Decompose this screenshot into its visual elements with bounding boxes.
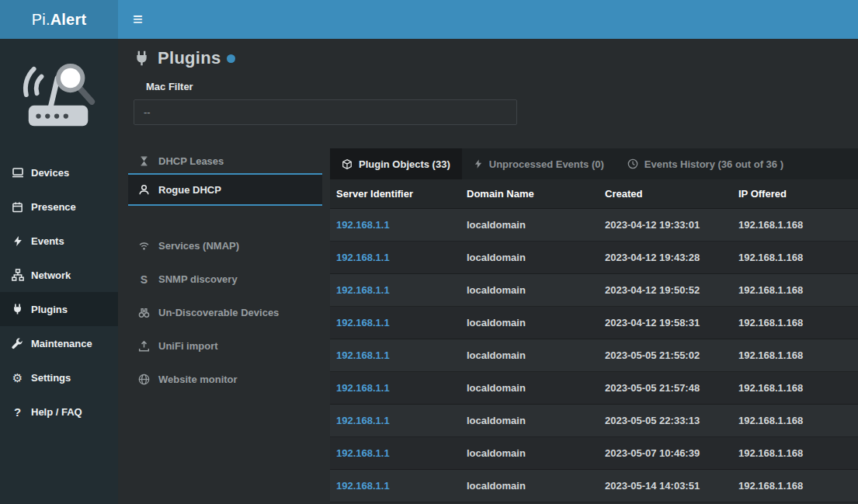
ip-offered-cell: 192.168.1.168 [732, 252, 858, 263]
question-icon: ? [11, 406, 24, 418]
plugin-nav-item-undiscoverable-devices[interactable]: Un-Discoverable Devices [128, 296, 322, 329]
plugin-nav-item-services-nmap[interactable]: Services (NMAP) [128, 229, 322, 262]
sidebar-item-network[interactable]: Network [0, 258, 118, 292]
tab-label: Events History (36 out of 36 ) [644, 158, 783, 170]
table-row: 192.168.1.1 localdomain 2023-05-05 21:55… [330, 339, 858, 372]
tab-unprocessed-events[interactable]: Unprocessed Events (0) [462, 148, 616, 179]
domain-name-cell: localdomain [460, 252, 599, 263]
sidebar-item-label: Presence [31, 201, 76, 213]
pialert-logo [0, 39, 118, 155]
domain-name-cell: localdomain [460, 317, 599, 328]
pialert-app: Pi.Alert ≡ [0, 0, 858, 504]
sidebar-item-events[interactable]: Events [0, 224, 118, 258]
bolt-icon [474, 158, 483, 169]
column-header-domain-name: Domain Name [460, 188, 599, 200]
brand-logo[interactable]: Pi.Alert [0, 0, 118, 39]
sidebar-item-label: Settings [31, 372, 71, 384]
sidebar-item-presence[interactable]: Presence [0, 189, 118, 224]
hourglass-icon [137, 155, 151, 167]
table-row: 192.168.1.1 localdomain 2023-05-14 14:03… [330, 470, 858, 502]
sidebar-item-plugins[interactable]: Plugins [0, 292, 118, 326]
created-cell: 2023-05-05 21:55:02 [599, 349, 732, 361]
plugin-nav-label: Services (NMAP) [158, 240, 239, 252]
table-row: 192.168.1.1 localdomain 2023-04-12 19:50… [330, 274, 858, 307]
column-header-server-identifier: Server Identifier [330, 188, 460, 200]
plugin-nav: DHCP Leases Rogue DHCP Services (NMAP) [128, 148, 322, 396]
topbar-main: ≡ [118, 0, 858, 39]
column-header-ip-offered: IP Offered [732, 188, 858, 200]
network-icon [11, 269, 24, 281]
plugin-nav-label: Un-Discoverable Devices [158, 307, 279, 318]
plugins-page-icon [134, 50, 150, 67]
created-cell: 2023-04-12 19:50:52 [599, 284, 732, 296]
presence-icon [11, 201, 24, 213]
plugin-nav-label: UniFi import [158, 340, 218, 352]
created-cell: 2023-04-12 19:43:28 [599, 252, 732, 263]
plugin-nav-item-dhcp-leases[interactable]: DHCP Leases [128, 148, 322, 175]
mac-filter-value: -- [144, 106, 151, 118]
server-identifier-link[interactable]: 192.168.1.1 [330, 284, 460, 296]
server-identifier-link[interactable]: 192.168.1.1 [330, 252, 460, 263]
sidebar-item-maintenance[interactable]: Maintenance [0, 326, 118, 360]
events-icon [11, 235, 24, 247]
sidebar: Devices Presence Events [0, 39, 118, 504]
sidebar-item-label: Devices [31, 167, 69, 179]
plugin-nav-label: Website monitor [158, 374, 238, 385]
plugins-icon [11, 303, 24, 315]
domain-name-cell: localdomain [460, 349, 599, 361]
upload-icon [137, 340, 151, 352]
mac-filter-input[interactable]: -- [134, 99, 517, 125]
tab-label: Unprocessed Events (0) [489, 158, 604, 170]
created-cell: 2023-04-12 19:58:31 [599, 317, 732, 328]
info-badge[interactable] [227, 54, 235, 63]
sidebar-item-label: Network [31, 269, 71, 281]
domain-name-cell: localdomain [460, 219, 599, 231]
plugin-nav-item-snmp-discovery[interactable]: S SNMP discovery [128, 262, 322, 296]
brand-bold: Alert [50, 11, 87, 29]
ip-offered-cell: 192.168.1.168 [732, 415, 858, 426]
domain-name-cell: localdomain [460, 480, 599, 492]
server-identifier-link[interactable]: 192.168.1.1 [330, 415, 460, 426]
sidebar-item-label: Plugins [31, 304, 68, 315]
plugin-nav-item-website-monitor[interactable]: Website monitor [128, 363, 322, 396]
user-icon [137, 184, 151, 196]
page-header: Plugins [118, 39, 858, 68]
ip-offered-cell: 192.168.1.168 [732, 382, 858, 394]
sidebar-item-label: Maintenance [31, 338, 92, 349]
sidebar-item-label: Events [31, 235, 64, 247]
tab-events-history[interactable]: Events History (36 out of 36 ) [616, 148, 795, 179]
main-content: Plugins Mac Filter -- DHCP Leases [118, 39, 858, 504]
server-identifier-link[interactable]: 192.168.1.1 [330, 317, 460, 328]
created-cell: 2023-05-05 21:57:48 [599, 382, 732, 394]
ip-offered-cell: 192.168.1.168 [732, 447, 858, 459]
plugin-nav-label: SNMP discovery [158, 273, 238, 285]
sidebar-item-settings[interactable]: ⚙ Help / FAQ Settings [0, 360, 118, 395]
plugin-nav-item-unifi-import[interactable]: UniFi import [128, 329, 322, 363]
plugin-nav-label: Rogue DHCP [158, 184, 221, 196]
brand-prefix: Pi. [32, 11, 50, 29]
table-row: 192.168.1.1 localdomain 2023-05-05 21:57… [330, 372, 858, 405]
server-identifier-link[interactable]: 192.168.1.1 [330, 447, 460, 459]
sidebar-toggle-icon[interactable]: ≡ [133, 11, 143, 28]
cube-icon [342, 158, 353, 170]
topbar: Pi.Alert ≡ [0, 0, 858, 39]
sidebar-item-help[interactable]: ? Help / FAQ [0, 395, 118, 429]
sidebar-nav: Devices Presence Events [0, 155, 118, 429]
domain-name-cell: localdomain [460, 415, 599, 426]
created-cell: 2023-05-07 10:46:39 [599, 447, 732, 459]
server-identifier-link[interactable]: 192.168.1.1 [330, 480, 460, 492]
plugin-nav-item-rogue-dhcp[interactable]: Rogue DHCP [128, 175, 322, 206]
server-identifier-link[interactable]: 192.168.1.1 [330, 219, 460, 231]
sidebar-item-devices[interactable]: Devices [0, 155, 118, 189]
domain-name-cell: localdomain [460, 382, 599, 394]
table-row: 192.168.1.1 localdomain 2023-05-05 22:33… [330, 405, 858, 437]
devices-icon [11, 166, 24, 179]
server-identifier-link[interactable]: 192.168.1.1 [330, 382, 460, 394]
column-header-created: Created [599, 188, 732, 200]
tab-plugin-objects[interactable]: Plugin Objects (33) [330, 148, 462, 179]
server-identifier-link[interactable]: 192.168.1.1 [330, 349, 460, 361]
created-cell: 2023-04-12 19:33:01 [599, 219, 732, 231]
created-cell: 2023-05-14 14:03:51 [599, 480, 732, 492]
table-row: 192.168.1.1 localdomain 2023-04-12 19:43… [330, 242, 858, 274]
ip-offered-cell: 192.168.1.168 [732, 284, 858, 296]
